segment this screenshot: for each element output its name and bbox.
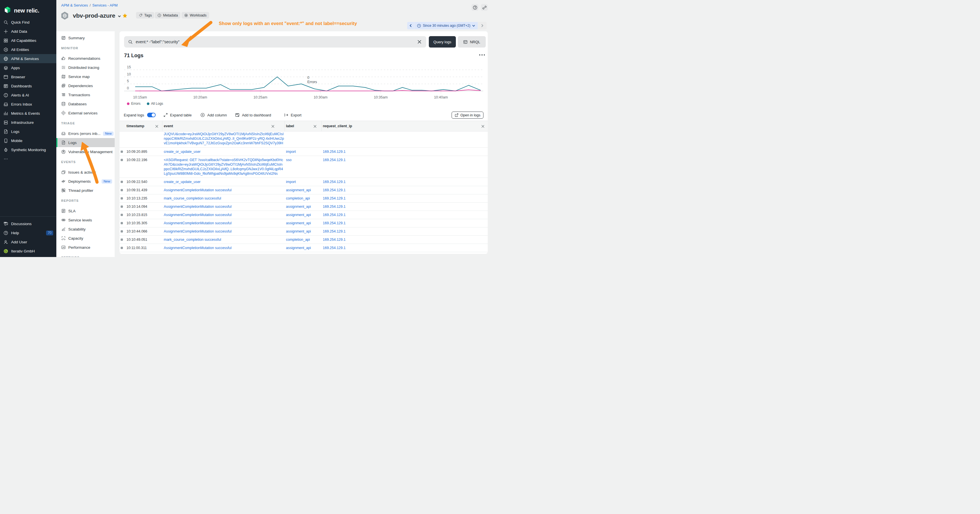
log-request-ip-link[interactable]: 169.254.129.1	[321, 228, 488, 236]
log-label-link[interactable]: assignment_api	[285, 203, 321, 211]
log-label-link[interactable]: assignment_api	[285, 244, 321, 252]
submenu-item-service-map[interactable]: Service map	[56, 72, 115, 81]
remove-column-icon[interactable]	[481, 124, 485, 128]
breadcrumb-services-apm[interactable]: Services - APM	[92, 3, 118, 7]
log-event-link[interactable]: AssignmentCompletionMutation successful	[162, 228, 285, 236]
log-request-ip-link[interactable]	[321, 144, 488, 147]
sidebar-item-add-user[interactable]: Add User	[0, 237, 56, 247]
search-clear-icon[interactable]	[417, 40, 422, 44]
log-event-link[interactable]: AssignmentCompletionMutation successful	[162, 186, 285, 194]
time-picker-dropdown[interactable]: Since 30 minutes ago (GMT+2)	[414, 22, 478, 29]
log-label-link[interactable]	[285, 144, 321, 147]
log-row[interactable]: 10:10:13.235 mark_course_completion succ…	[119, 194, 488, 203]
help-button[interactable]	[471, 4, 478, 11]
log-row[interactable]: 10:10:44.066 AssignmentCompletionMutatio…	[119, 228, 488, 236]
submenu-item-thread-profiler[interactable]: Thread profiler	[56, 186, 115, 195]
legend-item-all-logs[interactable]: All Logs	[147, 102, 163, 106]
log-request-ip-link[interactable]: 169.254.129.1	[321, 178, 488, 186]
sidebar-item-all-capabilities[interactable]: All Capabilities	[0, 36, 56, 45]
sidebar-item-browser[interactable]: Browser	[0, 72, 56, 81]
log-row[interactable]: 10:09:22.540 create_or_update_user impor…	[119, 178, 488, 186]
log-event-link[interactable]: create_or_update_user	[162, 148, 285, 156]
submenu-item-errors-errors-inb[interactable]: Errors (errors inb... New	[56, 129, 115, 138]
submenu-item-vulnerability-management[interactable]: Vulnerability Management	[56, 147, 115, 156]
log-row[interactable]: 10:11:00.311 AssignmentCompletionMutatio…	[119, 244, 488, 252]
panel-menu-icon[interactable]	[479, 54, 485, 56]
submenu-item-databases[interactable]: Databases	[56, 99, 115, 108]
submenu-item-dependencies[interactable]: Dependencies	[56, 81, 115, 90]
sidebar-item-infrastructure[interactable]: Infrastructure	[0, 118, 56, 127]
sidebar-item-all-entities[interactable]: All Entities	[0, 45, 56, 54]
sidebar-item-iterativ-gmbh[interactable]: Iterativ GmbH	[0, 247, 56, 256]
sidebar-item-add-data[interactable]: Add Data	[0, 27, 56, 36]
breadcrumb-apm-services[interactable]: APM & Services	[61, 3, 88, 7]
sidebar-item-metrics-events[interactable]: Metrics & Events	[0, 109, 56, 118]
log-event-link[interactable]: AssignmentCompletionMutation successful	[162, 211, 285, 219]
log-event-link[interactable]: create_or_update_user	[162, 178, 285, 186]
tags-button[interactable]: Tags	[136, 12, 154, 19]
workloads-button[interactable]: Workloads	[181, 12, 209, 19]
newrelic-logo[interactable]: new relic.	[4, 6, 39, 15]
sidebar-item-ellipsis[interactable]	[0, 154, 56, 163]
log-row[interactable]: JUQVU&code=eyJraWQiOiJjcGltY29yZV8wOTI1M…	[119, 132, 488, 148]
log-event-link[interactable]: mark_course_completion successful	[162, 236, 285, 243]
log-row[interactable]: 10:10:14.094 AssignmentCompletionMutatio…	[119, 203, 488, 211]
log-request-ip-link[interactable]: 169.254.129.1	[321, 194, 488, 202]
nrql-button[interactable]: NRQL	[458, 36, 486, 48]
log-label-link[interactable]: completion_api	[285, 236, 321, 243]
submenu-item-performance[interactable]: Performance	[56, 243, 115, 252]
log-row[interactable]: 10:09:20.895 create_or_update_user impor…	[119, 148, 488, 156]
log-request-ip-link[interactable]: 169.254.129.1	[321, 236, 488, 243]
submenu-item-scalability[interactable]: Scalability	[56, 224, 115, 234]
metadata-button[interactable]: Metadata	[155, 12, 180, 19]
search-input[interactable]	[136, 40, 417, 44]
add-column-button[interactable]: Add column	[200, 113, 227, 117]
expand-table-button[interactable]: Expand table	[163, 113, 192, 117]
remove-column-icon[interactable]	[271, 124, 275, 128]
sidebar-item-dashboards[interactable]: Dashboards	[0, 81, 56, 91]
log-request-ip-link[interactable]: 169.254.129.1	[321, 148, 488, 156]
submenu-item-external-services[interactable]: External services	[56, 108, 115, 118]
open-in-logs-button[interactable]: Open in logs	[452, 111, 484, 119]
sidebar-item-mobile[interactable]: Mobile	[0, 136, 56, 145]
log-request-ip-link[interactable]: 169.254.129.1	[321, 156, 488, 178]
log-event-link[interactable]: AssignmentCompletionMutation successful	[162, 244, 285, 252]
log-row[interactable]: 10:09:31.439 AssignmentCompletionMutatio…	[119, 186, 488, 194]
submenu-item-sla[interactable]: SLA	[56, 206, 115, 215]
sidebar-item-apps[interactable]: Apps	[0, 63, 56, 72]
log-label-link[interactable]: assignment_api	[285, 228, 321, 236]
log-event-link[interactable]: JUQVU&code=eyJraWQiOiJjcGltY29yZV8wOTI1M…	[162, 132, 285, 147]
submenu-item-capacity[interactable]: Capacity	[56, 234, 115, 243]
time-picker-prev-icon[interactable]	[407, 22, 414, 29]
sidebar-item-help[interactable]: Help 70	[0, 228, 56, 237]
remove-column-icon[interactable]	[155, 124, 159, 128]
add-to-dashboard-button[interactable]: Add to dashboard	[235, 113, 271, 117]
log-event-link[interactable]: mark_course_completion successful	[162, 194, 285, 202]
log-request-ip-link[interactable]: 169.254.129.1	[321, 186, 488, 194]
log-row[interactable]: 10:10:49.051 mark_course_completion succ…	[119, 236, 488, 244]
submenu-item-transactions[interactable]: Transactions	[56, 90, 115, 99]
sidebar-item-logs[interactable]: Logs	[0, 127, 56, 136]
expand-logs-switch[interactable]	[147, 113, 156, 117]
log-row[interactable]: 10:10:23.815 AssignmentCompletionMutatio…	[119, 211, 488, 219]
submenu-item-service-levels[interactable]: Service levels	[56, 215, 115, 224]
favorite-star-icon[interactable]	[123, 13, 127, 18]
expand-logs-toggle[interactable]: Expand logs	[124, 113, 156, 117]
log-label-link[interactable]: assignment_api	[285, 211, 321, 219]
sidebar-item-synthetic-monitoring[interactable]: Synthetic Monitoring	[0, 145, 56, 154]
submenu-item-deployments[interactable]: Deployments New	[56, 177, 115, 186]
sidebar-item-discussions[interactable]: Discussions	[0, 219, 56, 228]
submenu-item-logs[interactable]: Logs	[56, 138, 115, 147]
log-event-link[interactable]: AssignmentCompletionMutation successful	[162, 219, 285, 227]
log-label-link[interactable]: import	[285, 148, 321, 156]
sidebar-item-apm-services[interactable]: APM & Services	[0, 54, 56, 63]
sidebar-item-errors-inbox[interactable]: Errors Inbox	[0, 100, 56, 109]
log-label-link[interactable]: completion_api	[285, 194, 321, 202]
log-request-ip-link[interactable]: 169.254.129.1	[321, 203, 488, 211]
log-label-link[interactable]: import	[285, 178, 321, 186]
submenu-item-issues-activity[interactable]: Issues & activity	[56, 168, 115, 177]
log-event-link[interactable]: <ASGIRequest: GET '/sso/callback/?state=…	[162, 156, 285, 178]
legend-item-errors[interactable]: Errors	[127, 102, 140, 106]
log-request-ip-link[interactable]: 169.254.129.1	[321, 219, 488, 227]
log-request-ip-link[interactable]: 169.254.129.1	[321, 211, 488, 219]
